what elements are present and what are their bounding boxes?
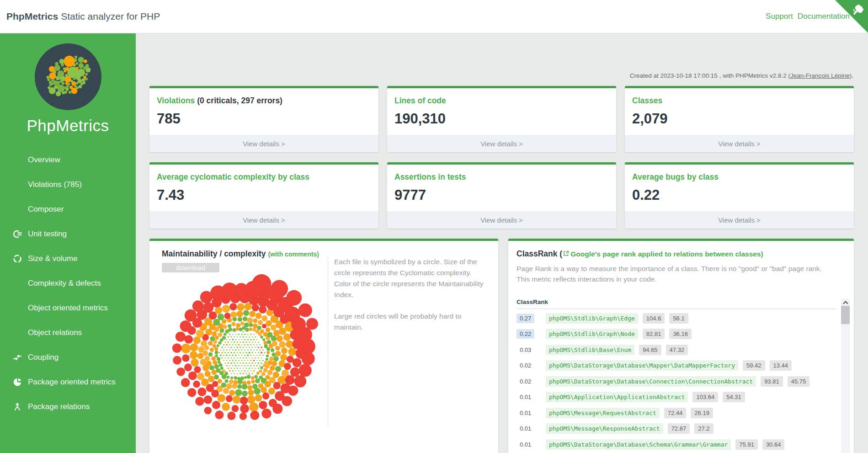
brand: PhpMetricsStatic analyzer for PHP — [6, 11, 160, 22]
sidebar-item-label: Complexity & defects — [28, 279, 101, 288]
card-title-suffix: (0 criticals, 297 errors) — [195, 96, 282, 105]
class-name-link[interactable]: phpOMS\Message\RequestAbstract — [546, 408, 660, 418]
metric-badge-2: 26.19 — [691, 408, 713, 418]
card-title-main: Average bugs by class — [632, 172, 719, 181]
card-title-main: Violations — [157, 96, 195, 105]
metric-cards: Violations (0 criticals, 297 errors) 785… — [149, 86, 854, 229]
card-value: 7.43 — [157, 187, 378, 203]
classrank-title: ClassRank (Google's page rank applied to… — [517, 249, 854, 259]
sidebar-item-label: Overview — [28, 155, 60, 165]
package-relations-icon — [12, 401, 23, 412]
class-name-link[interactable]: phpOMS\DataStorage\Database\Mapper\DataM… — [546, 360, 738, 371]
class-name-link[interactable]: phpOMS\Stdlib\Graph\Node — [546, 329, 638, 339]
classrank-rank: 0.27 — [517, 314, 546, 323]
classrank-description: Page Rank is a way to measure the import… — [517, 263, 836, 284]
sidebar-item-complexity-defects[interactable]: Complexity & defects — [0, 271, 136, 296]
sidebar-item-package-oriented-metrics[interactable]: Package oriented metrics — [0, 370, 136, 394]
classrank-row: 0.01phpOMS\Message\ResponseAbstract72.87… — [517, 421, 833, 437]
support-link[interactable]: Support — [766, 12, 793, 21]
bottom-panels: Maintainability / complexity(with commen… — [149, 239, 854, 453]
maintainability-bubble-chart[interactable] — [159, 268, 326, 434]
classrank-rank: 0.02 — [517, 377, 546, 386]
view-details-link[interactable]: View details > — [149, 135, 378, 152]
sidebar-item-composer[interactable]: Composer — [0, 197, 136, 222]
classrank-scrollbar[interactable] — [841, 298, 850, 453]
sidebar-item-package-relations[interactable]: Package relations — [0, 394, 136, 419]
metric-badge-2: 56.1 — [669, 313, 688, 324]
metric-badge-2: 47.32 — [666, 345, 688, 355]
author-link[interactable]: Jean-François Lépine — [790, 72, 850, 79]
sidebar-item-size-volume[interactable]: Size & volume — [0, 246, 136, 271]
sidebar-item-label: Size & volume — [28, 254, 78, 263]
class-name-link[interactable]: phpOMS\Stdlib\Graph\Edge — [546, 313, 638, 324]
sidebar-item-label: Unit testing — [28, 229, 67, 239]
classrank-rank: 0.03 — [517, 345, 546, 355]
card-title: Average cyclomatic complexity by class — [157, 172, 378, 182]
maintainability-description: Each file is symbolized by a circle. Siz… — [334, 256, 487, 333]
view-details-link[interactable]: View details > — [387, 135, 616, 152]
card-title: Classes — [632, 96, 854, 106]
panel-divider — [328, 257, 328, 427]
phpmetrics-logo — [35, 43, 101, 110]
maintainability-desc-2: Large red circles will be probably hard … — [334, 311, 487, 333]
sidebar-item-label: Object relations — [28, 328, 82, 337]
sidebar-item-label: Violations (785) — [28, 180, 82, 189]
view-details-link[interactable]: View details > — [387, 211, 616, 229]
card-lines-of-code: Lines of code 190,310 View details > — [387, 86, 616, 152]
card-classes: Classes 2,079 View details > — [625, 86, 854, 152]
card-avg-bugs-by-class: Average bugs by class 0.22 View details … — [625, 162, 854, 229]
maintainability-subtitle: (with comments) — [268, 250, 319, 258]
metric-badge-2: 54.31 — [723, 392, 745, 402]
card-title-main: Average cyclomatic complexity by class — [157, 172, 309, 181]
sidebar-item-label: Object oriented metrics — [28, 304, 108, 313]
size-volume-icon — [12, 253, 23, 264]
classrank-row: 0.22phpOMS\Stdlib\Graph\Node82.8136.16 — [517, 326, 833, 342]
view-details-link[interactable]: View details > — [625, 135, 854, 152]
coupling-icon — [12, 352, 23, 363]
sidebar-item-object-relations[interactable]: Object relations — [0, 320, 136, 345]
package-metrics-icon — [12, 377, 23, 388]
sidebar: PhpMetrics OverviewViolations (785)Compo… — [0, 33, 136, 453]
metric-badge-1: 72.87 — [668, 423, 690, 434]
classrank-rank: 0.02 — [517, 361, 546, 370]
classrank-rank: 0.01 — [517, 424, 546, 433]
metric-badge-2: 30.64 — [762, 439, 785, 450]
card-value: 190,310 — [394, 111, 616, 127]
card-title-main: Classes — [632, 96, 662, 105]
classrank-row: 0.02phpOMS\DataStorage\Database\Connecti… — [517, 373, 833, 389]
sidebar-item-coupling[interactable]: Coupling — [0, 345, 136, 370]
card-value: 785 — [157, 111, 378, 127]
card-assertions-in-tests: Assertions in tests 9777 View details > — [387, 162, 616, 229]
card-title: Lines of code — [394, 96, 616, 106]
card-avg-cyclomatic-complexity: Average cyclomatic complexity by class 7… — [149, 162, 378, 229]
card-title-main: Lines of code — [394, 96, 446, 105]
maintainability-panel: Maintainability / complexity(with commen… — [149, 239, 498, 453]
sidebar-item-unit-testing[interactable]: Unit testing — [0, 222, 136, 246]
brand-tagline: Static analyzer for PHP — [61, 11, 160, 21]
sidebar-menu: OverviewViolations (785)ComposerUnit tes… — [0, 148, 136, 419]
classrank-info-link[interactable]: Google's page rank applied to relations … — [570, 250, 761, 258]
created-suffix: ). — [850, 72, 853, 79]
view-details-link[interactable]: View details > — [625, 211, 854, 229]
card-title: Average bugs by class — [632, 172, 854, 182]
unit-testing-icon — [12, 229, 23, 240]
class-name-link[interactable]: phpOMS\Stdlib\Base\Enum — [546, 345, 634, 355]
top-bar: PhpMetricsStatic analyzer for PHP Suppor… — [0, 0, 868, 33]
github-corner-ribbon[interactable] — [835, 0, 868, 33]
class-name-link[interactable]: phpOMS\DataStorage\Database\Schema\Gramm… — [546, 439, 731, 450]
scrollbar-thumb[interactable] — [841, 306, 850, 324]
metric-badge-1: 75.91 — [735, 439, 758, 450]
sidebar-item-object-oriented-metrics[interactable]: Object oriented metrics — [0, 296, 136, 320]
sidebar-item-violations-785[interactable]: Violations (785) — [0, 172, 136, 197]
scroll-up-icon[interactable] — [843, 301, 848, 306]
class-name-link[interactable]: phpOMS\DataStorage\Database\Connection\C… — [546, 376, 756, 387]
sidebar-item-overview[interactable]: Overview — [0, 148, 136, 172]
class-name-link[interactable]: phpOMS\Application\ApplicationAbstract — [546, 392, 688, 402]
view-details-link[interactable]: View details > — [149, 211, 378, 229]
card-title-main: Assertions in tests — [394, 172, 466, 181]
classrank-panel: ClassRank (Google's page rank applied to… — [508, 239, 854, 453]
classrank-paren-close: ) — [761, 250, 763, 258]
maintainability-desc-1: Each file is symbolized by a circle. Siz… — [334, 256, 487, 300]
class-name-link[interactable]: phpOMS\Message\ResponseAbstract — [546, 423, 663, 434]
sidebar-item-label: Coupling — [28, 353, 59, 362]
